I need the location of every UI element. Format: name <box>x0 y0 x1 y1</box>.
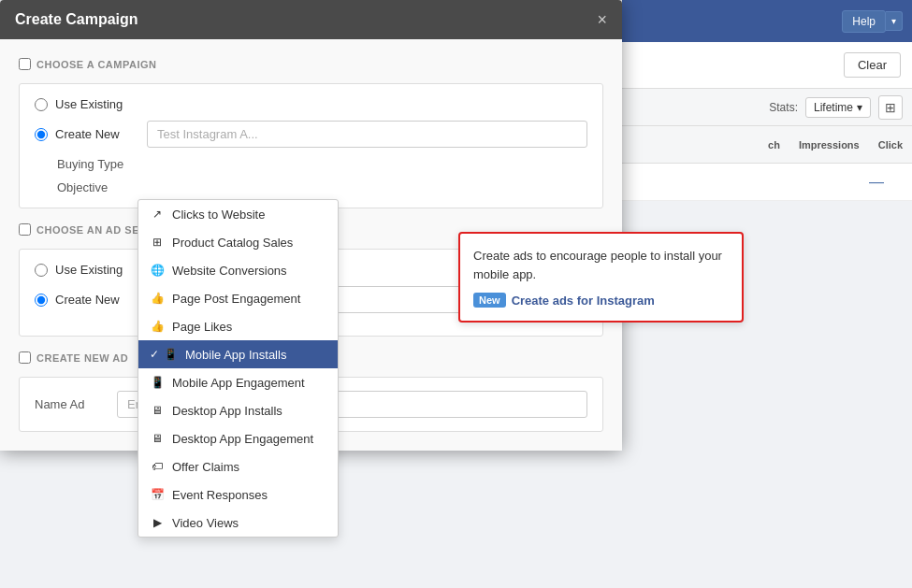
campaign-section-header: CHOOSE A CAMPAIGN <box>19 58 603 70</box>
modal-title: Create Campaign <box>15 11 138 28</box>
dropdown-item-mobile-app-engagement[interactable]: 📱 Mobile App Engagement <box>138 368 338 396</box>
ad-name-label: Name Ad <box>35 397 109 411</box>
col-impressions: Impressions <box>799 139 860 151</box>
desktop-check-icon: 🖥 <box>150 403 165 418</box>
dropdown-item-desktop-app-engagement[interactable]: 🖥 Desktop App Engagement <box>138 424 338 452</box>
new-badge: New <box>473 293 506 308</box>
bg-stats-bar: Stats: Lifetime ▾ ⊞ <box>622 89 912 126</box>
campaign-name-input[interactable] <box>147 121 587 148</box>
info-tooltip: Create ads to encourage people to instal… <box>458 232 744 323</box>
bg-toolbar: Clear <box>622 42 912 89</box>
campaign-section: Use Existing Create New Buying Type Obje… <box>19 83 603 208</box>
adset-use-existing-label: Use Existing <box>55 263 139 277</box>
tag-icon: 🏷 <box>150 459 165 474</box>
dropdown-item-clicks-to-website[interactable]: ↗ Clicks to Website <box>138 200 338 228</box>
grid-icon: ⊞ <box>150 235 165 250</box>
col-click: Click <box>878 139 903 151</box>
table-header: ch Impressions Click <box>622 126 912 164</box>
thumb-icon: 👍 <box>150 291 165 306</box>
checkmark-icon: ✓ <box>150 348 159 361</box>
stats-dropdown[interactable]: Lifetime ▾ <box>805 97 871 118</box>
campaign-section-checkbox[interactable] <box>19 58 31 70</box>
create-new-label: Create New <box>55 127 139 141</box>
globe-icon: 🌐 <box>150 263 165 278</box>
buying-type-row: Buying Type <box>35 157 587 171</box>
ad-section-checkbox[interactable] <box>19 351 31 364</box>
dropdown-item-offer-claims[interactable]: 🏷 Offer Claims <box>138 452 338 480</box>
objective-row: Objective ↗ Clicks to Website ⊞ Product … <box>35 180 587 194</box>
use-existing-radio[interactable] <box>35 98 48 111</box>
columns-button[interactable]: ⊞ <box>878 95 903 120</box>
top-bar: Help ▾ <box>622 0 912 42</box>
objective-dropdown: ↗ Clicks to Website ⊞ Product Catalog Sa… <box>138 199 339 538</box>
adset-create-new-radio[interactable] <box>35 294 48 307</box>
objective-label: Objective <box>57 180 151 194</box>
create-new-row: Create New <box>35 121 587 148</box>
video-icon: ▶ <box>150 515 165 530</box>
adset-create-new-label: Create New <box>55 293 139 307</box>
dropdown-item-page-likes[interactable]: 👍 Page Likes <box>138 312 338 340</box>
dropdown-item-product-catalog[interactable]: ⊞ Product Catalog Sales <box>138 228 338 256</box>
table-row: — <box>622 164 912 201</box>
clear-button[interactable]: Clear <box>844 52 901 78</box>
use-existing-label: Use Existing <box>55 97 139 111</box>
dropdown-item-website-conversions[interactable]: 🌐 Website Conversions <box>138 256 338 284</box>
dropdown-item-desktop-app-installs[interactable]: 🖥 Desktop App Installs <box>138 396 338 424</box>
dropdown-item-event-responses[interactable]: 📅 Event Responses <box>138 480 338 509</box>
adset-use-existing-radio[interactable] <box>35 264 48 277</box>
col-reach: ch <box>768 139 780 151</box>
modal-close-button[interactable]: × <box>597 11 607 28</box>
help-dropdown-arrow[interactable]: ▾ <box>886 11 903 31</box>
modal-header: Create Campaign × <box>0 0 622 39</box>
help-button[interactable]: Help <box>842 10 886 33</box>
desktop-star-icon: 🖥 <box>150 431 165 446</box>
stats-label: Stats: <box>769 101 798 114</box>
use-existing-row: Use Existing <box>35 97 587 111</box>
dropdown-item-page-post-engagement[interactable]: 👍 Page Post Engagement <box>138 284 338 312</box>
mobile-star-icon: 📱 <box>150 375 165 390</box>
dropdown-item-mobile-app-installs[interactable]: ✓ 📱 Mobile App Installs <box>138 340 338 368</box>
dropdown-item-video-views[interactable]: ▶ Video Views <box>138 509 338 537</box>
buying-type-label: Buying Type <box>57 157 151 171</box>
adset-section-checkbox[interactable] <box>19 223 31 236</box>
info-tooltip-text: Create ads to encourage people to instal… <box>473 247 729 283</box>
calendar-icon: 📅 <box>150 487 165 502</box>
cursor-icon: ↗ <box>150 207 165 222</box>
info-tooltip-badge: New Create ads for Instagram <box>473 293 655 308</box>
create-campaign-modal: Create Campaign × CHOOSE A CAMPAIGN Use … <box>0 0 622 451</box>
instagram-link[interactable]: Create ads for Instagram <box>512 294 655 308</box>
like-icon: 👍 <box>150 319 165 334</box>
create-new-radio[interactable] <box>35 128 48 141</box>
mobile-check-icon: 📱 <box>163 347 178 362</box>
